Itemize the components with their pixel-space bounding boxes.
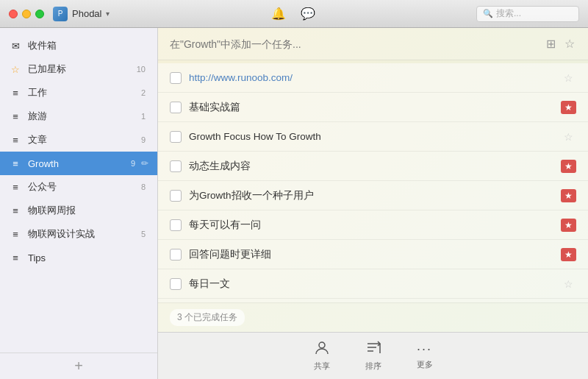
- task-star-3[interactable]: ☆: [561, 128, 576, 146]
- add-task-input[interactable]: [170, 38, 545, 50]
- share-button[interactable]: 共享: [314, 340, 330, 372]
- list-icon-growth: ≡: [9, 157, 22, 170]
- add-icon: +: [74, 358, 83, 375]
- task-label-5: 为Growth招收一个种子用户: [189, 189, 561, 202]
- close-button[interactable]: [9, 10, 18, 18]
- task-star-7[interactable]: ★: [561, 248, 576, 261]
- task-label-4: 动态生成内容: [189, 160, 561, 173]
- sidebar-label-iot-week: 物联网周报: [28, 204, 148, 217]
- sidebar-item-travel[interactable]: ≡ 旅游 1: [0, 105, 157, 128]
- more-button[interactable]: ··· 更多: [417, 341, 433, 370]
- sidebar-badge-growth: 9: [131, 159, 135, 168]
- list-icon-tips: ≡: [9, 251, 22, 264]
- task-star-8[interactable]: ☆: [561, 275, 576, 293]
- maximize-button[interactable]: [35, 10, 44, 18]
- sidebar-item-starred[interactable]: ☆ 已加星标 10: [0, 57, 157, 81]
- sort-button[interactable]: 排序: [365, 340, 381, 372]
- task-label-8: 每日一文: [189, 277, 561, 291]
- titlebar-center-actions: 🔔 💬: [110, 7, 476, 21]
- task-star-4[interactable]: ★: [561, 160, 576, 173]
- more-label: 更多: [417, 359, 433, 370]
- sidebar: ✉ 收件箱 ☆ 已加星标 10 ≡ 工作 2 ≡ 旅游 1: [0, 28, 158, 379]
- sidebar-label-wechat: 公众号: [28, 180, 141, 194]
- bottom-toolbar: 共享 排序 ··· 更多: [158, 332, 588, 379]
- task-checkbox-7[interactable]: [170, 249, 182, 261]
- chat-icon[interactable]: 💬: [301, 7, 315, 21]
- grid-view-button[interactable]: ⊞: [545, 35, 557, 52]
- sidebar-item-wechat[interactable]: ≡ 公众号 8: [0, 175, 157, 199]
- task-item[interactable]: 动态生成内容 ★: [158, 152, 588, 181]
- add-list-button[interactable]: +: [0, 353, 157, 379]
- sidebar-item-growth[interactable]: ≡ Growth 9 ✏: [0, 152, 157, 175]
- task-checkbox-6[interactable]: [170, 219, 182, 231]
- sidebar-label-starred: 已加星标: [28, 63, 137, 76]
- task-checkbox-1[interactable]: [170, 72, 182, 84]
- task-label-6: 每天可以有一问: [189, 219, 561, 232]
- completed-bar[interactable]: 3 个已完成任务: [158, 302, 588, 332]
- titlebar: P Phodal ▾ 🔔 💬 🔍 搜索...: [0, 0, 588, 28]
- inbox-icon: ✉: [9, 39, 22, 52]
- task-star-2[interactable]: ★: [561, 101, 576, 114]
- list-icon-article: ≡: [9, 133, 22, 146]
- task-item[interactable]: 基础实战篇 ★: [158, 93, 588, 122]
- sort-label: 排序: [365, 361, 381, 372]
- app-icon: P: [53, 7, 68, 21]
- more-icon: ···: [417, 341, 432, 357]
- sidebar-badge-article: 9: [141, 135, 146, 144]
- task-link-1[interactable]: http://www.runoob.com/: [189, 72, 293, 83]
- sidebar-label-tips: Tips: [28, 252, 148, 263]
- task-item[interactable]: 回答问题时更详细 ★: [158, 240, 588, 269]
- sidebar-item-article[interactable]: ≡ 文章 9: [0, 128, 157, 152]
- sidebar-item-work[interactable]: ≡ 工作 2: [0, 81, 157, 105]
- content-header: ⊞ ☆: [158, 28, 588, 60]
- sidebar-badge-travel: 1: [141, 112, 146, 121]
- sidebar-label-work: 工作: [28, 86, 141, 99]
- minimize-button[interactable]: [22, 10, 31, 18]
- sidebar-badge-work: 2: [141, 88, 146, 97]
- sidebar-item-inbox[interactable]: ✉ 收件箱: [0, 34, 157, 57]
- sidebar-badge-starred: 10: [137, 65, 146, 74]
- sidebar-badge-wechat: 8: [141, 183, 146, 191]
- completed-count-text: 3 个已完成任务: [170, 309, 245, 326]
- task-star-5[interactable]: ★: [561, 189, 576, 202]
- sidebar-list: ✉ 收件箱 ☆ 已加星标 10 ≡ 工作 2 ≡ 旅游 1: [0, 28, 157, 353]
- task-item[interactable]: 为Growth招收一个种子用户 ★: [158, 181, 588, 210]
- task-star-1[interactable]: ☆: [561, 69, 576, 87]
- share-icon: [314, 340, 330, 358]
- task-checkbox-3[interactable]: [170, 131, 182, 143]
- star-filter-button[interactable]: ☆: [563, 35, 576, 52]
- svg-point-0: [319, 342, 325, 348]
- edit-icon[interactable]: ✏: [141, 158, 148, 169]
- task-item[interactable]: http://www.runoob.com/ ☆: [158, 63, 588, 93]
- list-icon-iot-week: ≡: [9, 204, 22, 217]
- header-actions: ⊞ ☆: [545, 35, 576, 52]
- search-bar[interactable]: 🔍 搜索...: [476, 6, 579, 22]
- list-icon-iot-design: ≡: [9, 227, 22, 241]
- sidebar-label-travel: 旅游: [28, 110, 141, 123]
- list-icon-wechat: ≡: [9, 180, 22, 194]
- task-checkbox-8[interactable]: [170, 278, 182, 290]
- task-checkbox-2[interactable]: [170, 102, 182, 113]
- task-item[interactable]: 每天可以有一问 ★: [158, 210, 588, 240]
- task-checkbox-5[interactable]: [170, 190, 182, 202]
- task-label-2: 基础实战篇: [189, 101, 561, 114]
- sidebar-item-iot-week[interactable]: ≡ 物联网周报: [0, 199, 157, 222]
- sidebar-item-iot-design[interactable]: ≡ 物联网设计实战 5: [0, 222, 157, 246]
- task-label-1: http://www.runoob.com/: [189, 72, 561, 83]
- task-checkbox-4[interactable]: [170, 160, 182, 172]
- task-label-7: 回答问题时更详细: [189, 248, 561, 261]
- task-item[interactable]: 每日一文 ☆: [158, 269, 588, 299]
- sort-icon: [365, 340, 381, 358]
- task-list: http://www.runoob.com/ ☆ 基础实战篇 ★ Growth …: [158, 60, 588, 302]
- task-star-6[interactable]: ★: [561, 219, 576, 232]
- sidebar-label-article: 文章: [28, 133, 141, 146]
- main-container: ✉ 收件箱 ☆ 已加星标 10 ≡ 工作 2 ≡ 旅游 1: [0, 28, 588, 379]
- app-name: Phodal: [72, 8, 101, 19]
- search-icon: 🔍: [483, 9, 493, 18]
- app-title[interactable]: P Phodal ▾: [53, 7, 110, 21]
- sidebar-item-tips[interactable]: ≡ Tips: [0, 246, 157, 269]
- task-item[interactable]: Growth Focus How To Growth ☆: [158, 122, 588, 152]
- bell-icon[interactable]: 🔔: [271, 7, 286, 21]
- list-icon-work: ≡: [9, 86, 22, 99]
- share-label: 共享: [314, 361, 330, 372]
